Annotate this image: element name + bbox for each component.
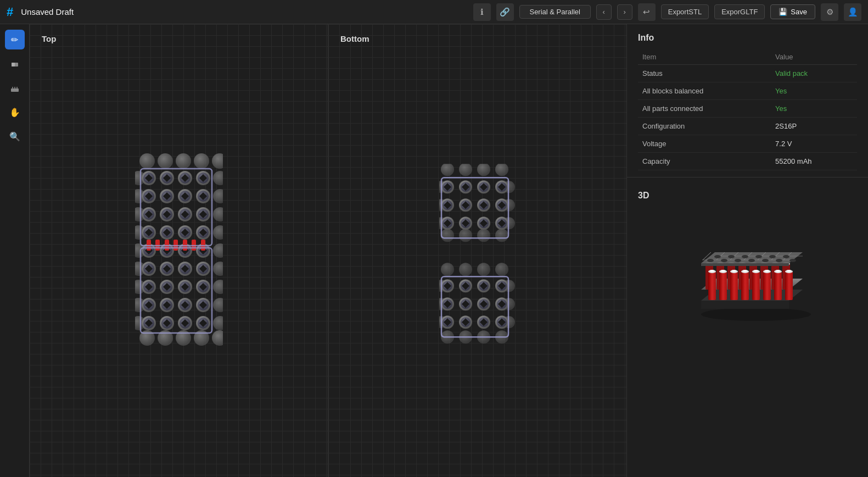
svg-point-296 [787, 270, 791, 272]
info-table-row: All parts connectedYes [638, 100, 857, 118]
svg-marker-255 [701, 301, 789, 309]
battery-3d-svg [671, 213, 825, 323]
save-label: Save [791, 8, 807, 16]
svg-point-312 [783, 255, 789, 258]
canvas-area: Top [30, 24, 626, 477]
info-section: Info Item Value StatusValid packAll bloc… [627, 24, 868, 170]
svg-rect-277 [752, 271, 760, 300]
svg-point-28 [213, 316, 223, 330]
info-value-cell: Yes [771, 82, 857, 100]
svg-point-314 [721, 259, 727, 262]
svg-point-289 [710, 270, 714, 272]
info-value-cell: 7.2 V [771, 135, 857, 153]
bottom-view-svg [439, 164, 516, 351]
svg-point-152 [459, 164, 472, 176]
document-title: Unsaved Draft [21, 7, 74, 16]
battery-bottom-view [439, 164, 516, 352]
svg-point-203 [459, 263, 472, 276]
svg-point-318 [776, 259, 782, 262]
svg-point-33 [212, 330, 223, 346]
link-button[interactable]: 🔗 [496, 3, 514, 21]
svg-marker-320 [701, 263, 789, 266]
svg-point-154 [495, 164, 508, 176]
tool-ruler-button[interactable] [5, 78, 25, 98]
svg-point-308 [728, 255, 735, 258]
svg-point-295 [776, 270, 780, 272]
three-d-title: 3D [638, 191, 857, 201]
svg-point-310 [755, 255, 762, 258]
three-d-content [638, 207, 857, 328]
bottom-view-panel[interactable]: Bottom [328, 24, 626, 477]
info-item-cell: Voltage [638, 135, 771, 153]
svg-point-161 [441, 229, 454, 242]
svg-rect-273 [708, 271, 716, 300]
svg-point-20 [213, 171, 223, 185]
info-section-title: Info [638, 33, 857, 43]
svg-rect-275 [730, 271, 738, 300]
svg-point-205 [495, 263, 508, 276]
svg-point-26 [213, 280, 223, 294]
info-table-row: Capacity55200 mAh [638, 153, 857, 170]
svg-point-313 [707, 259, 714, 262]
nav-prev-button[interactable]: ‹ [596, 4, 612, 20]
svg-point-151 [441, 164, 454, 176]
main-layout: ✏ ✋ 🔍 Top [0, 24, 868, 477]
svg-point-6 [139, 153, 155, 169]
info-value-cell: 2S16P [771, 118, 857, 135]
info-table-row: StatusValid pack [638, 65, 857, 82]
top-view-panel[interactable]: Top [30, 24, 328, 477]
cell-circles-svg: // We'll just hardcode SVG circles below [135, 153, 223, 346]
three-d-section: 3D [627, 184, 868, 328]
info-value-cell: Yes [771, 100, 857, 118]
nav-mode-display: Serial & Parallel [519, 5, 591, 19]
svg-rect-279 [774, 271, 782, 300]
export-stl-button[interactable]: ExportSTL [661, 4, 709, 19]
tool-hand-button[interactable]: ✋ [5, 102, 25, 122]
tool-zoom-button[interactable]: 🔍 [5, 126, 25, 146]
info-table-row: Configuration2S16P [638, 118, 857, 135]
info-table-row: All blocks balancedYes [638, 82, 857, 100]
svg-point-291 [732, 270, 736, 272]
svg-point-315 [735, 259, 741, 262]
tool-pen-button[interactable]: ✏ [5, 30, 25, 49]
save-button[interactable]: 💾 Save [770, 4, 815, 19]
svg-point-22 [213, 207, 223, 221]
topbar: # Unsaved Draft ℹ 🔗 Serial & Parallel ‹ … [0, 0, 868, 24]
svg-point-309 [742, 255, 748, 258]
user-button[interactable]: 👤 [844, 3, 861, 21]
info-item-cell: Capacity [638, 153, 771, 170]
svg-point-204 [477, 263, 490, 276]
svg-point-319 [789, 259, 796, 262]
info-value-cell: 55200 mAh [771, 153, 857, 170]
info-value-cell: Valid pack [771, 65, 857, 82]
svg-point-316 [748, 259, 755, 262]
nav-next-button[interactable]: › [617, 4, 632, 20]
right-panel: Info Item Value StatusValid packAll bloc… [626, 24, 868, 477]
svg-rect-276 [741, 271, 749, 300]
svg-point-23 [213, 225, 223, 240]
svg-point-311 [769, 255, 776, 258]
svg-point-293 [754, 270, 758, 272]
info-table: Item Value StatusValid packAll blocks ba… [638, 49, 857, 170]
svg-point-9 [194, 153, 209, 169]
tool-eraser-button[interactable] [5, 54, 25, 74]
left-toolbar: ✏ ✋ 🔍 [0, 24, 30, 477]
info-item-cell: Configuration [638, 118, 771, 135]
svg-point-7 [158, 153, 173, 169]
svg-point-27 [213, 298, 223, 312]
undo-button[interactable]: ↩ [638, 3, 656, 21]
info-table-row: Voltage7.2 V [638, 135, 857, 153]
svg-point-317 [762, 259, 769, 262]
export-gltf-button[interactable]: ExporGLTF [714, 4, 765, 19]
save-icon: 💾 [779, 8, 787, 16]
svg-point-294 [765, 270, 769, 272]
info-button[interactable]: ℹ [473, 3, 491, 21]
app-logo: # [7, 5, 13, 19]
settings-button[interactable]: ⚙ [821, 3, 838, 21]
svg-point-163 [477, 229, 490, 242]
svg-point-253 [701, 308, 811, 321]
svg-point-290 [721, 270, 725, 272]
col-item-header: Item [638, 49, 771, 65]
svg-point-162 [459, 229, 472, 242]
svg-point-292 [743, 270, 747, 272]
